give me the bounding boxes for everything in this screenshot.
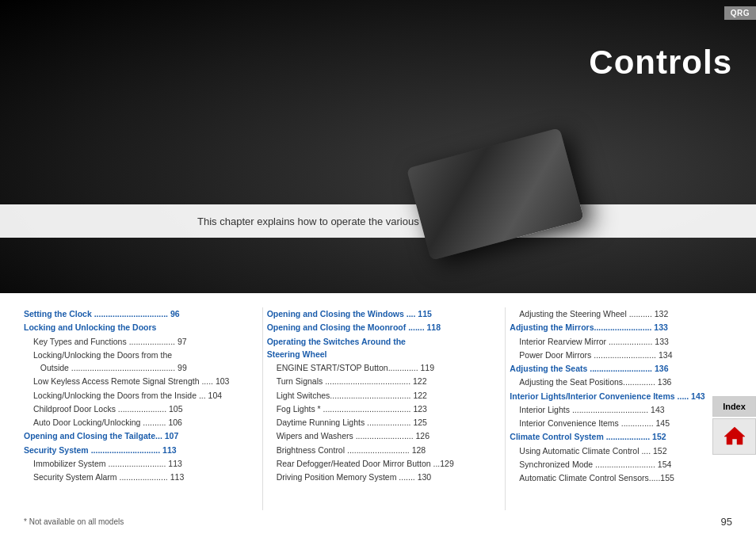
toc-block: Adjusting the Mirrors...................… [510,321,732,334]
toc-turn-signals: Turn Signals ...........................… [267,375,490,387]
toc-fog-lights: Fog Lights * ...........................… [267,402,490,415]
toc-block: Opening and Closing the Windows .... 115 [267,307,490,320]
toc-wipers: Wipers and Washers .....................… [267,429,490,442]
toc-brightness: Brightness Control .....................… [267,444,490,456]
toc-climate-sensors: Automatic Climate Control Sensors.....15… [510,471,732,484]
toc-block: Opening and Closing the Tailgate... 107 [24,429,246,442]
toc-block: Locking/Unlocking the Doors from the Ins… [24,389,246,402]
toc-tailgate[interactable]: Opening and Closing the Tailgate... 107 [24,431,178,441]
toc-block: Interior Rearview Mirror ...............… [510,335,732,348]
toc-block: Daytime Running Lights .................… [267,416,490,429]
toc-moonroof[interactable]: Opening and Closing the Moonroof .......… [267,322,441,332]
svg-marker-0 [724,427,745,444]
toc-block: Synchronized Mode ......................… [510,458,732,471]
toc-engine-start: ENGINE START/STOP Button............. 11… [267,361,490,374]
toc-rearview-mirror: Interior Rearview Mirror ...............… [510,335,732,348]
toc-convenience-items: Interior Convenience Items .............… [510,417,732,429]
toc-block: Adjusting the Seats ....................… [510,362,732,375]
toc-block: Security System ........................… [24,444,246,456]
toc-block: Brightness Control .....................… [267,444,490,456]
toc-light-switches: Light Switches..........................… [267,389,490,402]
toc-block: Rear Defogger/Heated Door Mirror Button … [267,457,490,470]
toc-driving-position: Driving Position Memory System ....... 1… [267,471,490,483]
toc-setting-clock[interactable]: Setting the Clock ......................… [24,309,180,318]
toc-childproof: Childproof Door Locks ..................… [24,402,246,415]
toc-defogger: Rear Defogger/Heated Door Mirror Button … [267,457,490,470]
toc-door-mirrors: Power Door Mirrors .....................… [510,349,732,361]
toc-security-alarm: Security System Alarm ..................… [24,471,246,483]
toc-interior-lights[interactable]: Interior Lights/Interior Convenience Ite… [510,391,704,401]
toc-locking-doors[interactable]: Locking and Unlocking the Doors [24,322,156,332]
toc-block: Key Types and Functions ................… [24,335,246,348]
toc-windows[interactable]: Opening and Closing the Windows .... 115 [267,309,432,318]
toc-block: Security System Alarm ..................… [24,471,246,483]
footer: * Not available on all models 95 [0,516,756,528]
toc-block: Climate Control System .................… [510,430,732,443]
toc-climate-control[interactable]: Climate Control System .................… [510,432,666,441]
content-area: Setting the Clock ......................… [0,293,756,518]
toc-block: Fog Lights * ...........................… [267,402,490,415]
toc-block: Turn Signals ...........................… [267,375,490,387]
toc-block: ENGINE START/STOP Button............. 11… [267,361,490,374]
toc-block: Locking/Unlocking the Doors from the Out… [24,349,246,375]
home-icon [723,424,746,446]
toc-block: Setting the Clock ......................… [24,307,246,320]
toc-column-1: Setting the Clock ......................… [24,307,258,510]
toc-block: Automatic Climate Control Sensors.....15… [510,471,732,484]
toc-block: Childproof Door Locks ..................… [24,402,246,415]
footer-note: * Not available on all models [24,517,124,526]
toc-block: Auto Door Locking/Unlocking .......... 1… [24,416,246,429]
toc-key-types: Key Types and Functions ................… [24,335,246,348]
toc-block: Operating the Switches Around theSteerin… [267,335,490,361]
toc-block: Driving Position Memory System ....... 1… [267,471,490,483]
toc-block: Wipers and Washers .....................… [267,429,490,442]
toc-seat-positions: Adjusting the Seat Positions............… [510,376,732,388]
toc-security-system[interactable]: Security System ........................… [24,445,177,455]
subtitle-bar: This chapter explains how to operate the… [0,204,756,238]
toc-block: Using Automatic Climate Control .... 152 [510,444,732,457]
toc-locking-inside: Locking/Unlocking the Doors from the Ins… [24,389,246,402]
toc-sync-mode: Synchronized Mode ......................… [510,458,732,471]
col-divider-2 [505,307,506,510]
toc-block: Low Keyless Access Remote Signal Strengt… [24,375,246,387]
page-title: Controls [589,44,732,82]
toc-mirrors[interactable]: Adjusting the Mirrors...................… [510,322,668,332]
page-number: 95 [721,516,732,528]
toc-interior-lights-sub: Interior Lights ........................… [510,403,732,416]
toc-low-keyless: Low Keyless Access Remote Signal Strengt… [24,375,246,387]
qrg-badge: QRG [724,6,756,20]
home-button[interactable] [712,418,756,455]
toc-block: Adjusting the Steering Wheel .......... … [510,307,732,320]
right-buttons: Index [712,396,756,455]
toc-auto-door: Auto Door Locking/Unlocking .......... 1… [24,416,246,429]
toc-block: Locking and Unlocking the Doors [24,321,246,334]
toc-block: Adjusting the Seat Positions............… [510,376,732,388]
toc-block: Light Switches..........................… [267,389,490,402]
page-title-area: Controls [589,44,732,82]
toc-daytime-lights: Daytime Running Lights .................… [267,416,490,429]
hero-image: QRG Controls This chapter explains how t… [0,0,756,293]
toc-seats[interactable]: Adjusting the Seats ....................… [510,364,668,373]
subtitle-text: This chapter explains how to operate the… [197,216,559,227]
toc-block: Opening and Closing the Moonroof .......… [267,321,490,334]
toc-steering-wheel-adj: Adjusting the Steering Wheel .......... … [510,307,732,320]
toc-column-2: Opening and Closing the Windows .... 115… [267,307,502,510]
toc-block: Interior Lights ........................… [510,403,732,416]
toc-auto-climate: Using Automatic Climate Control .... 152 [510,444,732,457]
toc-block: Power Door Mirrors .....................… [510,349,732,361]
col-divider-1 [262,307,263,510]
toc-block: Immobilizer System .....................… [24,457,246,470]
toc-immobilizer: Immobilizer System .....................… [24,457,246,470]
index-button[interactable]: Index [712,396,756,417]
toc-switches[interactable]: Operating the Switches Around theSteerin… [267,337,406,359]
toc-block: Interior Lights/Interior Convenience Ite… [510,390,732,402]
toc-block: Interior Convenience Items .............… [510,417,732,429]
toc-column-3: Adjusting the Steering Wheel .......... … [510,307,732,510]
toc-locking-outside: Locking/Unlocking the Doors from the Out… [24,349,246,375]
